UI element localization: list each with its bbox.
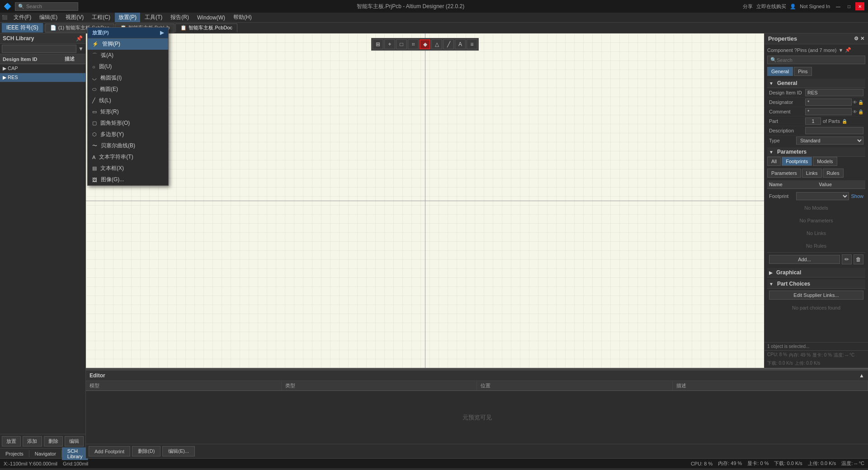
add-footprint-button[interactable]: Add Footprint (89, 446, 130, 456)
editor-content[interactable]: 元预览可见 (86, 391, 868, 444)
designator-eye-icon[interactable]: 👁 (853, 100, 857, 105)
component-row-cap[interactable]: ▶ CAP (0, 64, 85, 73)
edit-supplier-btn[interactable]: Edit Supplier Links... (769, 291, 863, 300)
edit-button[interactable]: 编辑 (65, 436, 84, 446)
add-dropdown-btn[interactable]: Add... (769, 255, 840, 264)
param-tab-all[interactable]: All (767, 157, 781, 166)
comment-lock-icon[interactable]: 🔒 (858, 109, 863, 114)
ctx-item-arc[interactable]: ⌒ 弧(A) (88, 50, 168, 61)
editor-collapse-icon[interactable]: ▲ (859, 372, 864, 379)
prop-search-input[interactable] (777, 57, 862, 63)
ctx-item-polygon[interactable]: ⬡ 多边形(Y) (88, 129, 168, 140)
canvas-area[interactable]: ⊞ + □ ⌗ ◆ △ ╱ A ≡ (86, 33, 764, 368)
menu-report[interactable]: 报告(R) (167, 13, 193, 22)
tab-general[interactable]: General (767, 67, 793, 76)
panel-pin-icon[interactable]: 📌 (76, 35, 83, 42)
tab-sch-library[interactable]: SCH Library (62, 447, 89, 460)
pin-properties-icon[interactable]: 📌 (845, 47, 851, 53)
param-tab-rules[interactable]: Rules (823, 169, 844, 178)
ct-text-btn[interactable]: A (455, 39, 466, 49)
filter-icon[interactable]: ▼ (78, 46, 84, 52)
rounded-rect-icon: ▢ (92, 120, 97, 126)
ctx-item-textbox[interactable]: ▤ 文本框(X) (88, 163, 168, 174)
menu-place[interactable]: 放置(P) (115, 13, 140, 22)
menu-edit[interactable]: 编辑(E) (36, 13, 61, 22)
filter-component-icon[interactable]: ▼ (838, 47, 843, 53)
ct-point-btn[interactable]: ◆ (420, 39, 430, 49)
designator-input[interactable] (805, 99, 852, 106)
type-select[interactable]: Standard (796, 136, 863, 145)
search-bar[interactable]: 🔍 Search (15, 2, 78, 11)
menu-view[interactable]: 视图(V) (62, 13, 87, 22)
param-tab-parameters[interactable]: Parameters (767, 169, 801, 178)
parameters-section-header[interactable]: ▼ Parameters (767, 147, 865, 157)
panel-close-icon[interactable]: ✕ (860, 36, 864, 42)
share-btn[interactable]: 分享 (743, 3, 753, 10)
designator-lock-icon[interactable]: 🔒 (858, 100, 863, 105)
menu-help[interactable]: 帮助(H) (230, 13, 255, 22)
show-link[interactable]: Show (851, 193, 863, 199)
maximize-button[interactable]: □ (844, 2, 854, 10)
search-label: Search (26, 4, 42, 9)
download-info: 下载: 0.0 K/s (767, 360, 793, 367)
close-button[interactable]: ✕ (855, 2, 864, 10)
ctx-item-bezier[interactable]: 〜 贝塞尔曲线(B) (88, 140, 168, 151)
tab-pins[interactable]: Pins (794, 67, 811, 76)
menu-file[interactable]: 文件(F) (10, 13, 35, 22)
ct-grid-btn[interactable]: ⌗ (408, 39, 419, 49)
no-preview-text: 元预览可见 (462, 414, 492, 422)
tab-projects[interactable]: Projects (0, 450, 29, 457)
delete-row-btn[interactable]: 🗑 (854, 254, 863, 264)
ctx-item-elliptic-arc[interactable]: ◡ 椭圆弧(I) (88, 72, 168, 84)
component-info-text: Component ?Pins (and 7 more) (767, 47, 836, 53)
delete-editor-button[interactable]: 删除(D) (132, 446, 160, 456)
general-section-header[interactable]: ▼ General (767, 79, 865, 88)
component-row-res[interactable]: ▶ RES (0, 73, 85, 82)
ctx-item-text-string[interactable]: A 文本字符串(T) (88, 151, 168, 163)
add-button[interactable]: 添加 (23, 436, 42, 446)
tab-navigator[interactable]: Navigator (29, 450, 62, 457)
tab-pcbDoc[interactable]: 📋 智能车主板.PcbDoc (175, 24, 237, 33)
part-choices-header[interactable]: ▼ Part Choices (767, 279, 865, 289)
ct-menu-btn[interactable]: ≡ (467, 39, 477, 49)
delete-button[interactable]: 删除 (44, 436, 63, 446)
ctx-item-rect[interactable]: ▭ 矩形(R) (88, 106, 168, 118)
general-collapse-arrow: ▼ (769, 81, 774, 86)
place-button[interactable]: 放置 (2, 436, 21, 446)
ctx-item-image[interactable]: 🖼 图像(G)... (88, 174, 168, 185)
ctx-item-pin[interactable]: ⚡ 管脚(P) (88, 38, 168, 50)
ct-filter-btn[interactable]: ⊞ (373, 39, 383, 49)
description-input[interactable] (805, 127, 863, 134)
param-tab-footprints[interactable]: Footprints (782, 157, 812, 166)
ctx-item-circle[interactable]: ○ 圆(U) (88, 61, 168, 72)
description-value[interactable] (805, 127, 863, 134)
ctx-item-line[interactable]: ╱ 线(L) (88, 95, 168, 106)
menu-tools[interactable]: 工具(T) (141, 13, 166, 22)
minimize-button[interactable]: — (834, 2, 843, 10)
online-btn[interactable]: 立即在线购买 (756, 3, 786, 10)
param-tab-links[interactable]: Links (802, 169, 822, 178)
part-input[interactable] (805, 118, 821, 125)
graphical-section-header[interactable]: ▶ Graphical (767, 268, 865, 277)
component-search-input[interactable] (2, 45, 76, 53)
menu-project[interactable]: 工程(C) (88, 13, 114, 22)
ctx-item-ellipse[interactable]: ⬭ 椭圆(E) (88, 84, 168, 95)
ct-add-btn[interactable]: + (384, 39, 395, 49)
edit-editor-button[interactable]: 编辑(E)... (162, 446, 195, 456)
comment-input[interactable] (805, 108, 852, 115)
menu-window[interactable]: Window(W) (193, 14, 229, 22)
ct-rect-btn[interactable]: □ (396, 39, 407, 49)
ct-line-btn[interactable]: ╱ (443, 39, 454, 49)
edit-pencil-btn[interactable]: ✏ (842, 254, 852, 264)
design-item-id-input[interactable] (805, 89, 863, 96)
comment-eye-icon[interactable]: 👁 (853, 109, 857, 114)
part-lock-icon[interactable]: 🔒 (842, 119, 847, 124)
panel-settings-icon[interactable]: ⚙ (854, 36, 859, 42)
ct-triangle-btn[interactable]: △ (431, 39, 442, 49)
param-tab-models[interactable]: Models (813, 157, 837, 166)
prop-search[interactable]: 🔍 (767, 56, 865, 64)
ctx-item-rounded-rect[interactable]: ▢ 圆角矩形(O) (88, 118, 168, 129)
toolbar-tab-ieee[interactable]: IEEE 符号(S) (2, 23, 43, 33)
footprint-dropdown[interactable] (796, 192, 849, 200)
design-item-id-value[interactable] (805, 89, 863, 96)
